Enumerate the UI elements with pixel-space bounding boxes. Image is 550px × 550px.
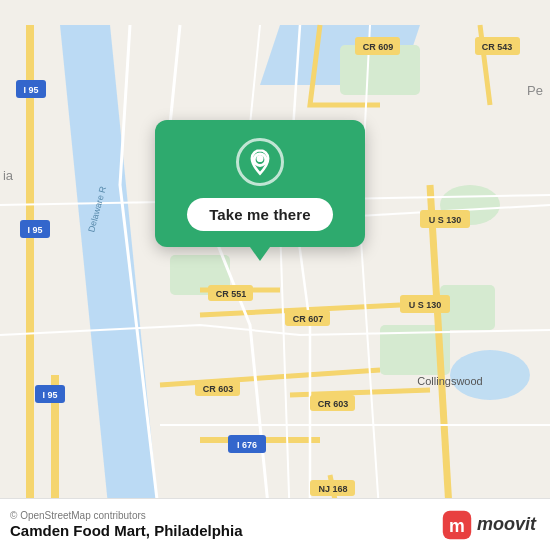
svg-text:Collingswood: Collingswood (417, 375, 482, 387)
map-svg: I 95 I 95 I 95 CR 543 CR 609 U S 130 U S… (0, 0, 550, 550)
svg-text:Pe: Pe (527, 83, 543, 98)
svg-text:U S 130: U S 130 (409, 300, 442, 310)
svg-point-41 (257, 155, 264, 162)
moovit-owl-icon: m (441, 509, 473, 541)
location-name: Camden Food Mart, Philadelphia (10, 522, 243, 539)
svg-text:I 95: I 95 (23, 85, 38, 95)
svg-text:CR 603: CR 603 (203, 384, 234, 394)
bottom-bar: © OpenStreetMap contributors Camden Food… (0, 498, 550, 550)
location-popup: Take me there (155, 120, 365, 247)
svg-text:m: m (449, 516, 465, 536)
svg-text:ia: ia (3, 168, 14, 183)
svg-text:CR 543: CR 543 (482, 42, 513, 52)
svg-text:NJ 168: NJ 168 (318, 484, 347, 494)
bottom-info: © OpenStreetMap contributors Camden Food… (10, 510, 243, 539)
svg-text:CR 607: CR 607 (293, 314, 324, 324)
svg-text:U S 130: U S 130 (429, 215, 462, 225)
svg-text:I 95: I 95 (42, 390, 57, 400)
svg-text:I 95: I 95 (27, 225, 42, 235)
osm-attribution: © OpenStreetMap contributors (10, 510, 243, 521)
map-container: I 95 I 95 I 95 CR 543 CR 609 U S 130 U S… (0, 0, 550, 550)
svg-text:CR 603: CR 603 (318, 399, 349, 409)
svg-text:CR 609: CR 609 (363, 42, 394, 52)
svg-text:CR 551: CR 551 (216, 289, 247, 299)
take-me-there-button[interactable]: Take me there (187, 198, 333, 231)
svg-text:I 676: I 676 (237, 440, 257, 450)
moovit-logo: m moovit (441, 509, 536, 541)
moovit-text: moovit (477, 514, 536, 535)
location-pin-icon (246, 148, 274, 176)
pin-icon-wrapper (236, 138, 284, 186)
